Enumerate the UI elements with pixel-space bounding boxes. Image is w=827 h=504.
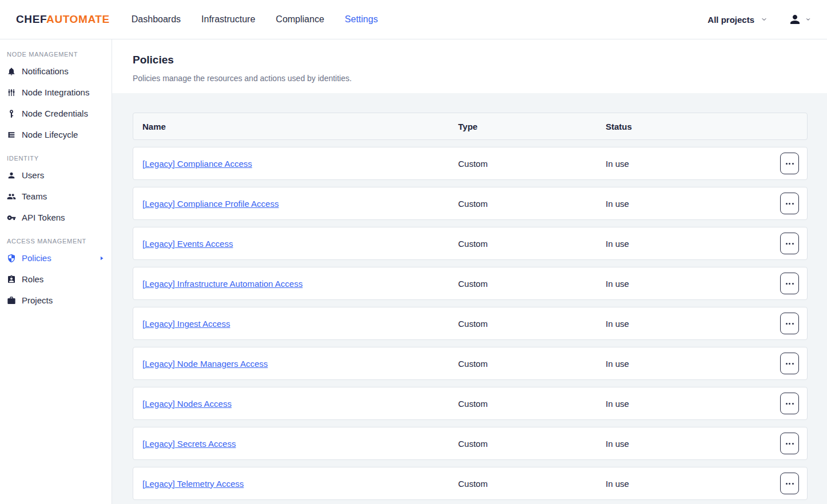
chef-automate-logo[interactable]: CHEFAUTOMATE — [16, 13, 110, 26]
policy-status: In use — [606, 479, 772, 489]
policy-status: In use — [606, 279, 772, 289]
sidebar-item-node-lifecycle[interactable]: Node Lifecycle — [0, 124, 112, 145]
policy-row-legacy-compliance-profile-access: [Legacy] Compliance Profile AccessCustom… — [133, 187, 808, 220]
row-more-options-button[interactable] — [780, 273, 799, 294]
primary-nav: DashboardsInfrastructureComplianceSettin… — [132, 14, 378, 25]
user-menu[interactable] — [788, 13, 811, 26]
policy-type: Custom — [458, 319, 606, 329]
chevron-down-icon — [805, 17, 811, 22]
policy-status: In use — [606, 439, 772, 449]
projects-filter-dropdown[interactable]: All projects — [707, 15, 768, 25]
row-more-options-button[interactable] — [780, 473, 799, 494]
sidebar-item-label: Node Credentials — [22, 109, 88, 118]
page-subtitle: Policies manage the resources and action… — [133, 74, 806, 83]
policy-name-link[interactable]: [Legacy] Infrastructure Automation Acces… — [142, 279, 458, 289]
policy-row-legacy-compliance-access: [Legacy] Compliance AccessCustomIn use — [133, 147, 808, 180]
sidebar-item-node-credentials[interactable]: Node Credentials — [0, 103, 112, 124]
projects-filter-label: All projects — [707, 15, 754, 25]
policy-name-link[interactable]: [Legacy] Ingest Access — [142, 319, 458, 329]
sidebar-item-label: Notifications — [22, 66, 69, 76]
top-nav-bar: CHEFAUTOMATE DashboardsInfrastructureCom… — [0, 0, 827, 39]
sidebar-item-label: Projects — [22, 295, 53, 305]
policy-type: Custom — [458, 359, 606, 369]
sidebar-item-teams[interactable]: Teams — [0, 186, 112, 207]
policy-type: Custom — [458, 239, 606, 249]
sidebar-item-label: Roles — [22, 274, 43, 284]
sidebar-item-label: Users — [22, 170, 44, 180]
list-icon — [7, 130, 16, 139]
policy-type: Custom — [458, 279, 606, 289]
policy-name-link[interactable]: [Legacy] Compliance Access — [142, 159, 458, 169]
sidebar-item-label: Node Integrations — [22, 87, 89, 97]
user-avatar-icon — [788, 13, 802, 26]
nav-item-infrastructure[interactable]: Infrastructure — [201, 14, 255, 25]
bell-icon — [7, 67, 16, 76]
policy-status: In use — [606, 399, 772, 409]
row-more-options-button[interactable] — [780, 393, 799, 414]
sidebar-item-roles[interactable]: Roles — [0, 269, 112, 290]
row-more-options-button[interactable] — [780, 153, 799, 174]
column-header-status: Status — [606, 122, 772, 131]
policy-status: In use — [606, 319, 772, 329]
policy-name-link[interactable]: [Legacy] Nodes Access — [142, 399, 458, 409]
policy-row-legacy-nodes-access: [Legacy] Nodes AccessCustomIn use — [133, 387, 808, 420]
policy-status: In use — [606, 159, 772, 169]
sidebar-item-api-tokens[interactable]: API Tokens — [0, 207, 112, 228]
policy-status: In use — [606, 239, 772, 249]
logo-chef: CHEF — [16, 13, 46, 25]
shield-icon — [7, 254, 16, 263]
policy-type: Custom — [458, 439, 606, 449]
nav-item-dashboards[interactable]: Dashboards — [132, 14, 181, 25]
page-title: Policies — [133, 54, 806, 66]
policy-name-link[interactable]: [Legacy] Secrets Access — [142, 439, 458, 449]
row-more-options-button[interactable] — [780, 193, 799, 214]
nav-item-settings[interactable]: Settings — [345, 14, 378, 25]
row-more-options-button[interactable] — [780, 233, 799, 254]
policy-type: Custom — [458, 479, 606, 489]
policy-name-link[interactable]: [Legacy] Compliance Profile Access — [142, 199, 458, 209]
table-header-row: Name Type Status — [133, 113, 808, 140]
policy-row-legacy-events-access: [Legacy] Events AccessCustomIn use — [133, 227, 808, 260]
sidebar-section-identity: IDENTITYUsersTeamsAPI Tokens — [0, 155, 112, 228]
policy-row-legacy-infrastructure-automation-access: [Legacy] Infrastructure Automation Acces… — [133, 267, 808, 300]
nav-item-compliance[interactable]: Compliance — [276, 14, 324, 25]
key-icon — [7, 213, 16, 222]
policy-status: In use — [606, 359, 772, 369]
people-icon — [7, 192, 16, 201]
policy-row-legacy-node-managers-access: [Legacy] Node Managers AccessCustomIn us… — [133, 347, 808, 380]
sidebar-section-access-management: ACCESS MANAGEMENTPoliciesRolesProjects — [0, 238, 112, 311]
row-more-options-button[interactable] — [780, 433, 799, 454]
policy-type: Custom — [458, 159, 606, 169]
policy-name-link[interactable]: [Legacy] Telemetry Access — [142, 479, 458, 489]
table-body: [Legacy] Compliance AccessCustomIn use[L… — [133, 147, 808, 500]
sidebar-item-notifications[interactable]: Notifications — [0, 61, 112, 82]
column-header-type: Type — [458, 122, 606, 131]
key-vertical-icon — [7, 109, 16, 118]
column-header-name: Name — [142, 122, 458, 131]
row-more-options-button[interactable] — [780, 313, 799, 334]
policy-name-link[interactable]: [Legacy] Events Access — [142, 239, 458, 249]
policy-type: Custom — [458, 399, 606, 409]
sidebar-item-label: API Tokens — [22, 213, 65, 222]
briefcase-icon — [7, 296, 16, 305]
main-panel: Policies Policies manage the resources a… — [112, 39, 827, 504]
settings-sidebar: NODE MANAGEMENTNotificationsNode Integra… — [0, 39, 112, 504]
person-icon — [7, 171, 16, 180]
policy-status: In use — [606, 199, 772, 209]
row-more-options-button[interactable] — [780, 353, 799, 374]
sidebar-item-label: Teams — [22, 191, 47, 201]
sidebar-item-node-integrations[interactable]: Node Integrations — [0, 82, 112, 103]
policy-type: Custom — [458, 199, 606, 209]
policies-table-area: Name Type Status [Legacy] Compliance Acc… — [112, 93, 827, 504]
sidebar-item-projects[interactable]: Projects — [0, 290, 112, 311]
sidebar-item-policies[interactable]: Policies — [0, 247, 112, 269]
policy-row-legacy-telemetry-access: [Legacy] Telemetry AccessCustomIn use — [133, 467, 808, 500]
sidebar-section-title: ACCESS MANAGEMENT — [7, 238, 105, 245]
topbar-right: All projects — [707, 13, 811, 26]
sidebar-item-label: Node Lifecycle — [22, 130, 78, 139]
sidebar-item-users[interactable]: Users — [0, 165, 112, 186]
sliders-icon — [7, 88, 16, 97]
logo-automate: AUTOMATE — [46, 13, 110, 25]
page-header: Policies Policies manage the resources a… — [112, 39, 827, 93]
policy-name-link[interactable]: [Legacy] Node Managers Access — [142, 359, 458, 369]
